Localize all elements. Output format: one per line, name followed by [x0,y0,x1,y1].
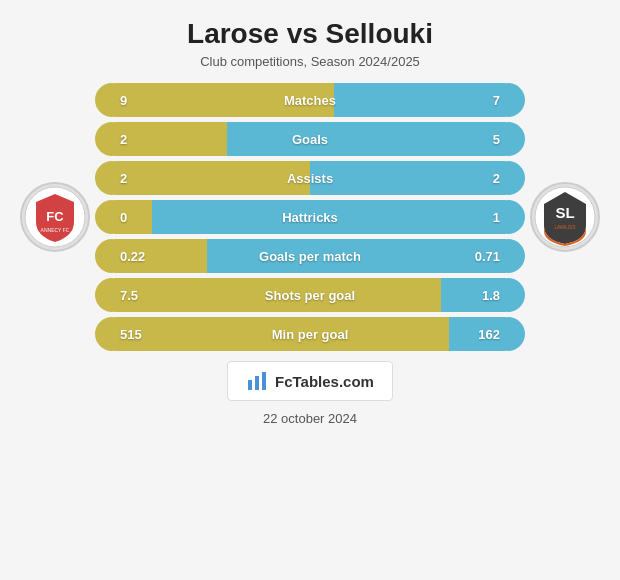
stat-val-right: 0.71 [475,249,500,264]
stat-val-left: 7.5 [120,288,138,303]
stat-val-right: 1 [493,210,500,225]
stat-bar-bg: Goals25 [112,122,508,156]
stat-val-right: 162 [478,327,500,342]
stat-row: Assists22 [112,161,508,195]
stat-val-right: 7 [493,93,500,108]
tab-left [95,278,113,312]
svg-rect-8 [262,372,266,390]
stat-row-wrapper: Matches97 [95,83,525,117]
annecy-logo-svg: FC ANNECY FC [24,186,86,248]
stat-val-left: 515 [120,327,142,342]
stat-row-wrapper: Hattricks01 [95,200,525,234]
stat-val-right: 5 [493,132,500,147]
stat-val-left: 9 [120,93,127,108]
stat-row-wrapper: Min per goal515162 [95,317,525,351]
stat-val-right: 1.8 [482,288,500,303]
logo-right: SL LAVALOIS [525,182,605,252]
fctables-icon [246,370,268,392]
stat-fill-right [310,161,508,195]
stat-bar-bg: Goals per match0.220.71 [112,239,508,273]
annecy-logo-circle: FC ANNECY FC [20,182,90,252]
tab-left [95,122,113,156]
stat-row: Hattricks01 [112,200,508,234]
tab-right [507,200,525,234]
stat-val-left: 2 [120,171,127,186]
lavalois-logo-svg: SL LAVALOIS [534,186,596,248]
tab-right [507,122,525,156]
stat-row-wrapper: Goals per match0.220.71 [95,239,525,273]
stat-bar-bg: Min per goal515162 [112,317,508,351]
stat-bar-bg: Assists22 [112,161,508,195]
stat-label: Hattricks [282,210,338,225]
svg-text:LAVALOIS: LAVALOIS [554,225,575,230]
stat-row: Shots per goal7.51.8 [112,278,508,312]
stat-val-right: 2 [493,171,500,186]
svg-text:SL: SL [555,204,574,221]
stat-row: Matches97 [112,83,508,117]
stat-row-wrapper: Assists22 [95,161,525,195]
svg-rect-7 [255,376,259,390]
stat-row: Goals per match0.220.71 [112,239,508,273]
stat-row: Goals25 [112,122,508,156]
stat-label: Shots per goal [265,288,355,303]
stat-bar-bg: Matches97 [112,83,508,117]
tab-left [95,83,113,117]
stat-label: Matches [284,93,336,108]
stat-row: Min per goal515162 [112,317,508,351]
stats-container: Matches97Goals25Assists22Hattricks01Goal… [95,83,525,351]
logo-left: FC ANNECY FC [15,182,95,252]
page-title: Larose vs Sellouki [187,18,433,50]
tab-right [507,317,525,351]
tab-left [95,239,113,273]
fctables-label: FcTables.com [275,373,374,390]
stat-bar-bg: Hattricks01 [112,200,508,234]
stat-val-left: 0 [120,210,127,225]
stat-label: Assists [287,171,333,186]
stat-label: Goals per match [259,249,361,264]
tab-right [507,161,525,195]
page-wrapper: Larose vs Sellouki Club competitions, Se… [0,0,620,436]
tab-left [95,161,113,195]
svg-text:ANNECY FC: ANNECY FC [41,227,70,233]
main-section: FC ANNECY FC Matches97Goals25Assists22Ha… [15,83,605,351]
tab-right [507,278,525,312]
tab-right [507,239,525,273]
stat-fill-right [334,83,508,117]
stat-label: Min per goal [272,327,349,342]
stat-bar-bg: Shots per goal7.51.8 [112,278,508,312]
stat-fill-right [227,122,508,156]
date-footer: 22 october 2024 [263,411,357,426]
stat-row-wrapper: Goals25 [95,122,525,156]
svg-text:FC: FC [46,209,64,224]
tab-right [507,83,525,117]
stat-label: Goals [292,132,328,147]
tab-left [95,317,113,351]
svg-rect-6 [248,380,252,390]
stat-val-left: 2 [120,132,127,147]
fctables-badge: FcTables.com [227,361,393,401]
page-subtitle: Club competitions, Season 2024/2025 [200,54,420,69]
stat-row-wrapper: Shots per goal7.51.8 [95,278,525,312]
stat-val-left: 0.22 [120,249,145,264]
lavalois-logo-circle: SL LAVALOIS [530,182,600,252]
tab-left [95,200,113,234]
